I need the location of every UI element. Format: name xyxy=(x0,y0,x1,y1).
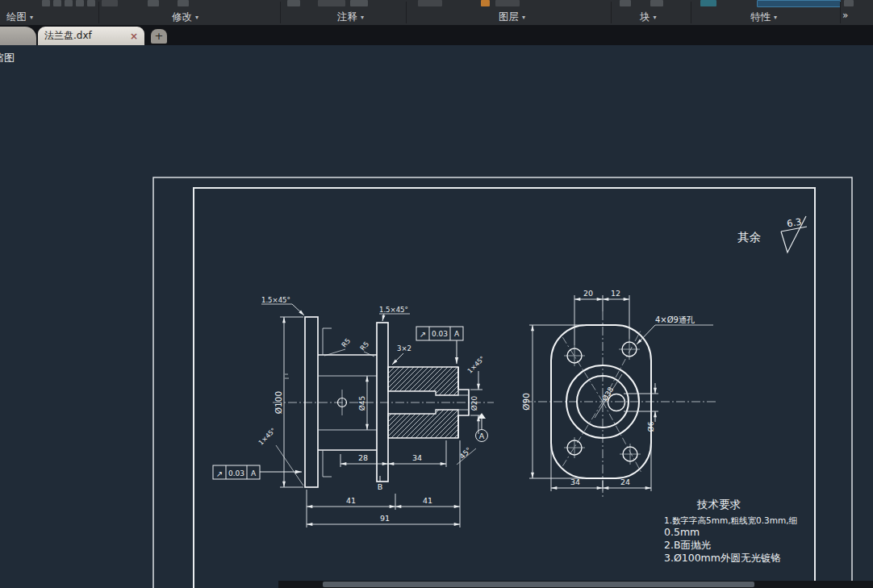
runout-symbol-icon: ↗ xyxy=(420,330,426,339)
linear-dim: 91 xyxy=(380,514,390,523)
toolbar-icon[interactable] xyxy=(287,0,300,6)
panel-separator xyxy=(611,2,612,23)
fcf-value: 0.03 xyxy=(228,469,244,477)
fcf-datum: A xyxy=(251,469,257,477)
surface-label-b: B xyxy=(378,482,383,491)
chamfer-label: 1×45° xyxy=(466,355,487,375)
chamfer-label: 1.5×45° xyxy=(379,306,408,314)
linear-dim: 24 xyxy=(620,477,630,486)
surface-roughness-note: 其余 6.3 xyxy=(737,216,807,252)
drawing-canvas[interactable]: 缩图 xyxy=(0,45,873,588)
cad-application-window: 绘图▾ 修改▾ 注释▾ 图层▾ 块▾ 特性▾ » 法兰盘.dxf × + 缩图 xyxy=(0,0,873,588)
chamfer-label: 1×45° xyxy=(257,427,278,447)
runout-symbol-icon: ↗ xyxy=(216,469,223,478)
chevron-down-icon: ▾ xyxy=(361,14,364,21)
chevron-down-icon: ▾ xyxy=(774,14,777,21)
fcf-value: 0.03 xyxy=(432,330,448,338)
feature-control-frame-bottom xyxy=(213,465,302,479)
datum-letter: A xyxy=(479,432,485,440)
tech-line: 1.数字字高5mm,粗线宽0.3mm,细 xyxy=(664,515,797,525)
document-tab-bar: 法兰盘.dxf × + xyxy=(0,25,873,45)
canvas-corner-label: 缩图 xyxy=(0,51,15,65)
ribbon-overflow-button[interactable]: » xyxy=(842,10,848,21)
toolbar-icon[interactable] xyxy=(650,0,663,6)
ribbon-panel-annotate[interactable]: 注释▾ xyxy=(337,10,364,24)
fcf-datum: A xyxy=(454,330,460,338)
panel-label: 修改 xyxy=(172,10,192,23)
panel-separator xyxy=(840,2,841,23)
toolbar-icon[interactable] xyxy=(350,0,368,6)
toolbar-icon[interactable] xyxy=(844,0,854,6)
panel-separator xyxy=(691,2,691,23)
chevron-down-icon: ▾ xyxy=(30,14,33,21)
toolbar-icon[interactable] xyxy=(53,0,61,6)
tab-title: 法兰盘.dxf xyxy=(44,29,127,43)
ribbon-panel-modify[interactable]: 修改▾ xyxy=(172,10,198,24)
toolbar-icon[interactable] xyxy=(76,0,84,6)
tab-active-document[interactable]: 法兰盘.dxf × xyxy=(38,27,144,45)
tech-title: 技术要求 xyxy=(696,498,741,511)
new-tab-button[interactable]: + xyxy=(151,29,167,44)
panel-label: 绘图 xyxy=(6,10,27,23)
toolbar-icon[interactable] xyxy=(102,0,118,6)
linear-dim: 34 xyxy=(412,453,422,462)
sheet-drawing: 1.5×45° 1.5×45° R5 R5 3×2 1×45° 1×45° 45… xyxy=(0,45,873,588)
diameter-dim: Ø100 xyxy=(274,391,283,414)
right-view xyxy=(523,311,718,497)
ribbon-panel-properties[interactable]: 特性▾ xyxy=(750,10,777,24)
toolbar-icon[interactable] xyxy=(418,0,442,6)
holes-callout: 4×Ø9通孔 xyxy=(655,315,695,324)
ribbon-panel-layers[interactable]: 图层▾ xyxy=(499,10,525,24)
panel-separator xyxy=(280,2,281,23)
ribbon-toolbar: 绘图▾ 修改▾ 注释▾ 图层▾ 块▾ 特性▾ » xyxy=(0,0,873,26)
toolbar-icon[interactable] xyxy=(620,0,631,6)
roughness-prefix: 其余 xyxy=(737,231,762,244)
panel-separator xyxy=(98,2,99,23)
diameter-dim: Ø90 xyxy=(521,393,531,411)
toolbar-icon[interactable] xyxy=(178,0,189,6)
linear-dim: 12 xyxy=(611,289,620,298)
linear-dim: 41 xyxy=(423,496,432,505)
diameter-dim: Ø45 xyxy=(358,396,366,411)
panel-label: 块 xyxy=(640,10,650,23)
technical-requirements: 技术要求 1.数字字高5mm,粗线宽0.3mm,细 0.5mm 2.B面抛光 3… xyxy=(664,498,797,564)
layer-color-swatch-icon[interactable] xyxy=(481,0,490,6)
panel-label: 图层 xyxy=(499,10,519,23)
chevron-down-icon: ▾ xyxy=(522,14,525,21)
properties-dropdown[interactable] xyxy=(757,0,841,7)
panel-separator xyxy=(406,2,407,23)
toolbar-icon[interactable] xyxy=(87,0,95,6)
fillet-label: R5 xyxy=(358,340,370,352)
fillet-label: R5 xyxy=(340,337,352,349)
toolbar-icon[interactable] xyxy=(42,0,50,6)
ribbon-panel-draw[interactable]: 绘图▾ xyxy=(6,10,33,24)
tech-line: 3.Ø100mm外圆无光镀铬 xyxy=(664,552,781,564)
toolbar-icon[interactable] xyxy=(65,0,73,6)
horizontal-scrollbar[interactable] xyxy=(278,581,873,588)
tab-partial[interactable] xyxy=(0,27,36,45)
linear-dim: 41 xyxy=(346,496,356,505)
chevron-down-icon: ▾ xyxy=(654,14,657,21)
chevron-down-icon: ▾ xyxy=(195,14,198,21)
linear-dim: 20 xyxy=(583,289,593,298)
groove-label: 3×2 xyxy=(397,344,411,352)
linear-dim: 28 xyxy=(358,453,368,462)
panel-label: 特性 xyxy=(750,10,771,23)
linear-dim: 34 xyxy=(570,477,580,486)
diameter-dim: Ø6 xyxy=(647,421,655,432)
angle-label: 45° xyxy=(458,446,473,461)
tech-line: 0.5mm xyxy=(664,526,700,538)
chamfer-label: 1.5×45° xyxy=(261,296,290,304)
scrollbar-thumb[interactable] xyxy=(323,582,754,587)
tech-line: 2.B面抛光 xyxy=(664,539,712,551)
match-properties-icon[interactable] xyxy=(700,0,716,6)
diameter-dim: Ø38 xyxy=(600,386,615,402)
layer-dropdown-icon[interactable] xyxy=(495,0,520,6)
diameter-dim: Ø20 xyxy=(470,395,478,411)
toolbar-icon[interactable] xyxy=(318,0,345,6)
toolbar-icon[interactable] xyxy=(148,0,159,6)
panel-label: 注释 xyxy=(337,10,357,23)
ribbon-panel-block[interactable]: 块▾ xyxy=(640,10,657,24)
tab-close-icon[interactable]: × xyxy=(130,31,138,42)
